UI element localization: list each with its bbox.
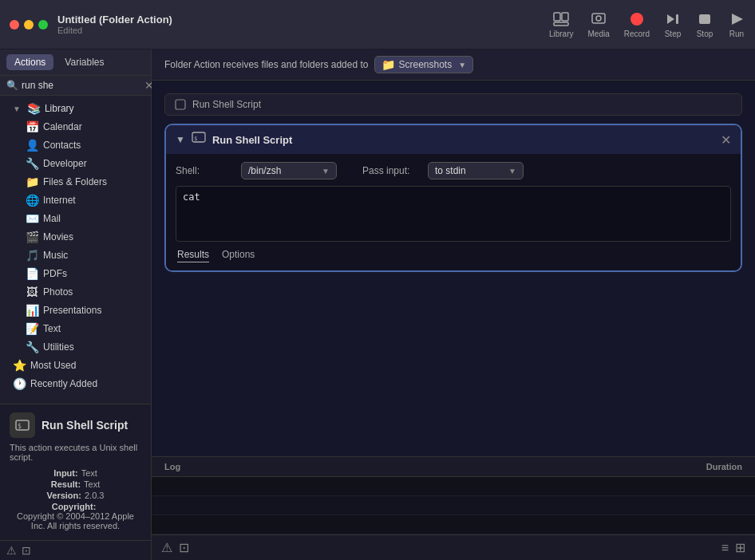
info-panel: $_ Run Shell Script This action executes…	[0, 404, 151, 540]
list-view-icon[interactable]: ≡	[721, 541, 729, 555]
svg-point-5	[630, 13, 643, 26]
svg-rect-0	[554, 13, 560, 21]
app-subtitle: Edited	[57, 26, 549, 35]
step-icon	[664, 10, 682, 28]
tab-actions[interactable]: Actions	[6, 54, 53, 70]
folder-action-bar: Folder Action receives files and folders…	[152, 49, 755, 81]
svg-marker-9	[732, 14, 743, 25]
info-title: Run Shell Script	[42, 419, 128, 432]
warning-status-icon[interactable]: ⚠	[161, 540, 172, 555]
titlebar: Untitled (Folder Action) Edited Library …	[0, 0, 755, 49]
close-button[interactable]	[10, 20, 19, 30]
app-title-section: Untitled (Folder Action) Edited	[57, 14, 549, 35]
sidebar-item-calendar[interactable]: 📅 Calendar	[3, 118, 148, 136]
result-value: Text	[84, 479, 100, 489]
sidebar-item-pdfs[interactable]: 📄 PDFs	[3, 265, 148, 282]
library-button[interactable]: Library	[549, 10, 574, 38]
svg-rect-7	[676, 14, 678, 24]
grid-view-icon[interactable]: ⊞	[735, 540, 745, 555]
sidebar-item-contacts[interactable]: 👤 Contacts	[3, 136, 148, 154]
files-folders-icon: 📁	[26, 175, 38, 188]
script-textarea[interactable]: cat	[176, 186, 731, 242]
stop-icon	[696, 10, 713, 28]
sidebar-item-internet[interactable]: 🌐 Internet	[3, 191, 148, 209]
sidebar-item-text[interactable]: 📝 Text	[3, 320, 148, 337]
media-icon	[590, 10, 607, 28]
action-card-close-button[interactable]: ✕	[721, 132, 731, 148]
sidebar-item-most-used[interactable]: ⭐ Most Used	[3, 357, 148, 374]
step-button[interactable]: Step	[664, 10, 682, 38]
action-tabs: Results Options	[176, 249, 731, 262]
media-button[interactable]: Media	[588, 10, 610, 38]
sidebar-item-music[interactable]: 🎵 Music	[3, 246, 148, 264]
duration-column-header: Duration	[646, 462, 742, 471]
internet-icon: 🌐	[26, 194, 38, 207]
action-card-title: Run Shell Script	[212, 134, 714, 146]
minimize-button[interactable]	[24, 20, 34, 30]
copyright-label: Copyright:	[52, 502, 97, 511]
sidebar: Actions Variables 🔍 ✕ ▼ 📚 Library 📅 Cale…	[0, 49, 152, 560]
search-input[interactable]	[22, 80, 141, 91]
sidebar-item-photos[interactable]: 🖼 Photos	[3, 283, 148, 301]
action-card-header[interactable]: ▼ $_ Run Shell Script ✕	[166, 125, 741, 154]
tabs-row: Actions Variables	[0, 49, 151, 76]
folder-badge[interactable]: 📁 Screenshots ▼	[374, 56, 473, 73]
action-card: ▼ $_ Run Shell Script ✕ Shell: /bin	[164, 124, 742, 272]
calendar-icon: 📅	[26, 120, 38, 133]
sidebar-item-movies[interactable]: 🎬 Movies	[3, 228, 148, 246]
pass-input-select[interactable]: to stdin ▼	[428, 162, 524, 179]
workflow-step-icon	[175, 99, 186, 110]
mail-icon: ✉️	[26, 212, 38, 225]
sidebar-item-developer[interactable]: 🔧 Developer	[3, 155, 148, 172]
search-bar: 🔍 ✕	[0, 76, 151, 96]
sidebar-item-mail[interactable]: ✉️ Mail	[3, 210, 148, 227]
contacts-icon: 👤	[26, 139, 38, 152]
log-header: Log Duration	[152, 457, 755, 477]
action-canvas: Run Shell Script ▼ $_ Run Shell Script ✕	[152, 81, 755, 456]
tab-variables[interactable]: Variables	[57, 54, 112, 70]
library-icon	[552, 10, 570, 28]
library-tree-icon: 📚	[27, 102, 40, 115]
sidebar-item-recently-added[interactable]: 🕐 Recently Added	[3, 375, 148, 392]
log-table: Log Duration	[152, 456, 755, 534]
result-label: Result:	[51, 479, 81, 489]
collapse-icon[interactable]: ▼	[176, 134, 185, 145]
right-panel: Folder Action receives files and folders…	[152, 49, 755, 560]
sidebar-item-utilities[interactable]: 🔧 Utilities	[3, 338, 148, 356]
tab-options[interactable]: Options	[222, 249, 255, 262]
sidebar-item-presentations[interactable]: 📊 Presentations	[3, 302, 148, 319]
run-button[interactable]: Run	[728, 10, 745, 38]
folder-icon: 📁	[381, 58, 395, 71]
developer-icon: 🔧	[26, 157, 38, 170]
maximize-button[interactable]	[38, 20, 48, 30]
info-row-result: Result: Text	[10, 479, 141, 489]
svg-rect-2	[554, 22, 568, 26]
record-button[interactable]: Record	[624, 10, 650, 38]
pass-input-value: to stdin	[435, 165, 466, 176]
action-info-icon: $_	[10, 412, 35, 438]
shell-select[interactable]: /bin/zsh ▼	[241, 162, 337, 179]
version-label: Version:	[47, 491, 81, 500]
library-label: Library	[45, 103, 74, 114]
log-column-header: Log	[164, 462, 646, 471]
version-value: 2.0.3	[85, 491, 104, 500]
status-expand-icon[interactable]: ⊡	[22, 544, 31, 557]
tab-results[interactable]: Results	[177, 249, 209, 262]
photos-icon: 🖼	[26, 286, 38, 298]
svg-marker-6	[667, 14, 674, 24]
input-value: Text	[81, 468, 97, 478]
svg-text:$_: $_	[194, 136, 201, 142]
status-warning-icon[interactable]: ⚠	[6, 544, 17, 557]
chevron-down-icon: ▼	[508, 167, 516, 175]
sidebar-item-files-folders[interactable]: 📁 Files & Folders	[3, 173, 148, 191]
sidebar-item-library[interactable]: ▼ 📚 Library	[3, 100, 148, 117]
info-row-version: Version: 2.0.3	[10, 491, 141, 500]
workflow-step-item[interactable]: Run Shell Script	[164, 93, 742, 116]
copyright-value: Copyright © 2004–2012 Apple Inc. All rig…	[10, 511, 141, 530]
action-card-body: Shell: /bin/zsh ▼ Pass input: to stdin ▼…	[166, 154, 741, 270]
expand-icon[interactable]: ⊡	[179, 540, 189, 555]
stop-button[interactable]: Stop	[696, 10, 713, 38]
search-icon: 🔍	[6, 80, 18, 91]
stop-label: Stop	[697, 30, 713, 38]
folder-dropdown-icon: ▼	[458, 61, 466, 69]
